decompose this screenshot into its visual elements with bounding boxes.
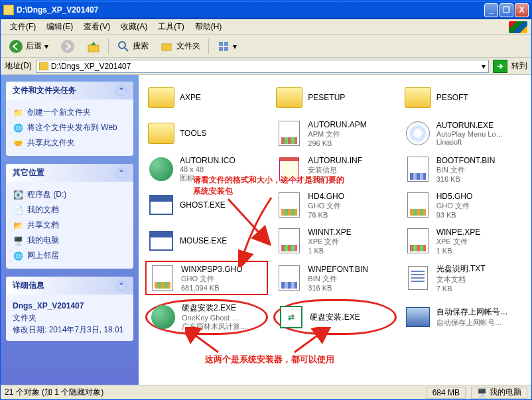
file-sub2: 1 KB	[308, 247, 351, 255]
file-item[interactable]: AUTORUN.INF安装信息1 KB	[273, 153, 396, 185]
menu-help[interactable]: 帮助(H)	[190, 20, 228, 34]
file-name: TOOLS	[180, 129, 206, 138]
file-item[interactable]: GHOST.EXE	[145, 189, 268, 221]
file-item[interactable]: 自动保存上网帐号密码到D盘.EXE自动保存上网帐号…	[402, 299, 525, 335]
file-sub1: OneKey Ghost …	[182, 314, 247, 322]
file-item[interactable]: HD4.GHOGHO 文件76 KB	[273, 189, 396, 221]
file-name: AUTORUN.INF	[308, 156, 362, 165]
up-button[interactable]	[83, 38, 104, 55]
minimize-button[interactable]: _	[484, 3, 498, 17]
go-label[interactable]: 转到	[511, 60, 527, 72]
share-icon: 🤝	[13, 138, 23, 149]
file-item[interactable]: MOUSE.EXE	[145, 225, 268, 257]
window-title: D:\Dngs_XP_V201407	[17, 5, 98, 15]
file-item[interactable]: WINPE.XPEXPE 文件1 KB	[402, 225, 525, 257]
file-item[interactable]: WINXPSP3.GHOGHO 文件681,094 KB	[145, 261, 268, 295]
menu-file[interactable]: 文件(F)	[5, 20, 41, 34]
gho-icon	[275, 190, 304, 220]
file-sub2: 681,094 KB	[181, 284, 243, 292]
menu-view[interactable]: 查看(V)	[78, 20, 115, 34]
svg-rect-7	[224, 42, 228, 46]
loc-mycomputer[interactable]: 🖥️我的电脑	[13, 233, 127, 248]
file-name: WNPEFONT.BIN	[308, 265, 368, 274]
menu-favorites[interactable]: 收藏(A)	[115, 20, 153, 34]
detail-type: 文件夹	[13, 312, 127, 324]
collapse-icon[interactable]: ⌃	[116, 86, 127, 96]
search-button[interactable]: 搜索	[113, 38, 153, 55]
loc-network[interactable]: 🌐网上邻居	[13, 248, 127, 263]
file-item[interactable]: AUTORUN.EXEAutoPlay Menu Lo…Linasoft	[402, 117, 525, 149]
maximize-button[interactable]: ❐	[499, 3, 513, 17]
folder-icon	[3, 5, 14, 15]
loc-mydocs[interactable]: 📄我的文档	[13, 202, 127, 218]
menu-tools[interactable]: 工具(T)	[153, 20, 189, 34]
file-item[interactable]: 光盘说明.TXT文本文档7 KB	[402, 261, 525, 295]
file-item[interactable]: AUTORUN.APMAPM 文件296 KB	[273, 117, 396, 149]
file-item[interactable]: AUTORUN.ICO48 x 48图标	[145, 153, 268, 185]
file-item[interactable]: ⇄硬盘安装.EXE	[273, 299, 396, 335]
loc-shared[interactable]: 📂共享文档	[13, 218, 127, 233]
file-name: 硬盘安装2.EXE	[182, 302, 247, 314]
folder-icon	[275, 83, 304, 112]
detail-header[interactable]: 详细信息 ⌃	[6, 277, 133, 295]
close-button[interactable]: X	[515, 3, 529, 17]
toolbar: 后退 ▾ 搜索 文件夹 ▾	[1, 35, 531, 58]
file-item[interactable]: HD5.GHOGHO 文件93 KB	[402, 189, 525, 221]
file-pane[interactable]: AXPEPESETUPPESOFTTOOLSAUTORUN.APMAPM 文件2…	[139, 75, 531, 385]
status-size: 684 MB	[427, 387, 466, 399]
task-share[interactable]: 🤝共享此文件夹	[13, 135, 127, 151]
file-sub1: XPE 文件	[436, 237, 481, 247]
chevron-down-icon: ▾	[44, 42, 48, 51]
forward-button[interactable]	[56, 37, 79, 56]
file-item[interactable]: WNPEFONT.BINBIN 文件316 KB	[273, 261, 396, 295]
detail-modified: 修改日期: 2014年7月3日, 18:01	[13, 324, 127, 336]
file-sub1: GHO 文件	[436, 201, 473, 211]
file-sub2: 广东雨林木风计算…	[182, 322, 247, 332]
svg-rect-6	[219, 42, 223, 46]
loc-drive[interactable]: 💽程序盘 (D:)	[13, 187, 127, 202]
task-new-folder[interactable]: 📁创建一个新文件夹	[13, 105, 127, 120]
file-item[interactable]: AXPE	[145, 82, 268, 113]
file-name: BOOTFONT.BIN	[436, 156, 496, 165]
tasks-header[interactable]: 文件和文件夹任务 ⌃	[6, 82, 133, 100]
svg-point-3	[119, 42, 125, 48]
menu-edit[interactable]: 编辑(E)	[41, 20, 78, 34]
titlebar[interactable]: D:\Dngs_XP_V201407 _ ❐ X	[1, 1, 531, 19]
file-item[interactable]: TOOLS	[145, 117, 268, 149]
file-item[interactable]: PESETUP	[273, 82, 396, 113]
shared-docs-icon: 📂	[13, 220, 23, 231]
file-name: PESOFT	[436, 93, 468, 102]
folders-button[interactable]: 文件夹	[157, 38, 204, 55]
folder-icon	[403, 83, 432, 112]
green-icon	[147, 155, 176, 184]
svg-line-4	[125, 48, 128, 51]
other-header[interactable]: 其它位置 ⌃	[6, 164, 133, 182]
folder-icon	[39, 62, 48, 70]
task-publish[interactable]: 🌐将这个文件夹发布到 Web	[13, 120, 127, 135]
addressbar: 地址(D) ▾ 转到	[1, 58, 531, 75]
go-arrow-icon	[496, 62, 504, 70]
views-button[interactable]: ▾	[213, 38, 241, 55]
file-sub2: 316 KB	[436, 175, 496, 183]
forward-arrow-icon	[60, 39, 75, 54]
status-right: 🖥️ 我的电脑	[471, 387, 527, 399]
file-sub2: 316 KB	[308, 284, 368, 292]
gho-icon	[148, 263, 177, 293]
file-item[interactable]: 硬盘安装2.EXEOneKey Ghost …广东雨林木风计算…	[145, 299, 268, 335]
file-name: WINNT.XPE	[308, 228, 351, 237]
collapse-icon[interactable]: ⌃	[116, 281, 127, 291]
address-input[interactable]	[51, 60, 479, 72]
collapse-icon[interactable]: ⌃	[116, 168, 127, 178]
back-button[interactable]: 后退 ▾	[5, 37, 52, 56]
chevron-down-icon[interactable]: ▾	[482, 62, 486, 71]
go-button[interactable]	[493, 60, 507, 73]
address-input-wrap[interactable]: ▾	[36, 60, 489, 73]
file-item[interactable]: BOOTFONT.BINBIN 文件316 KB	[402, 153, 525, 185]
statusbar: 21 个对象 (加 1 个隐藏对象) 684 MB 🖥️ 我的电脑	[1, 385, 531, 399]
file-item[interactable]: WINNT.XPEXPE 文件1 KB	[273, 225, 396, 257]
file-item[interactable]: PESOFT	[402, 82, 525, 113]
address-label: 地址(D)	[5, 60, 32, 72]
file-sub2: Linasoft	[436, 138, 503, 146]
file-sub1: GHO 文件	[308, 201, 344, 211]
file-sub1: 自动保存上网帐号…	[436, 318, 509, 328]
